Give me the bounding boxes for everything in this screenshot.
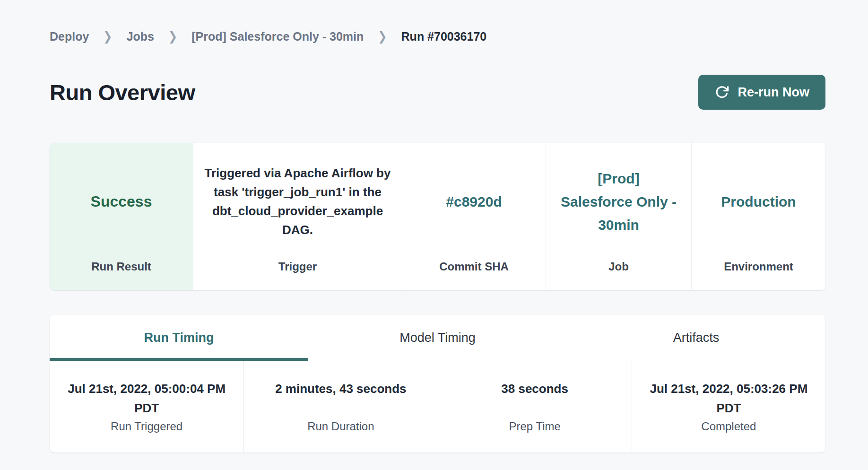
chevron-right-icon: ❯ — [378, 29, 387, 44]
timing-value: 38 seconds — [501, 379, 568, 452]
tab-run-timing[interactable]: Run Timing — [50, 315, 308, 361]
status-badge: Success — [91, 193, 152, 210]
commit-sha-link[interactable]: #c8920d — [446, 190, 502, 213]
summary-card-environment: Production Environment — [691, 143, 825, 290]
trigger-description: Triggered via Apache Airflow by task 'tr… — [204, 164, 392, 239]
summary-card-run-result: Success Run Result — [50, 143, 193, 290]
tab-bar: Run Timing Model Timing Artifacts — [50, 315, 825, 361]
tab-model-timing[interactable]: Model Timing — [308, 315, 567, 361]
breadcrumb-item-jobs[interactable]: Jobs — [127, 30, 154, 44]
environment-link[interactable]: Production — [721, 190, 796, 213]
page-title: Run Overview — [50, 79, 195, 105]
timing-cell-prep-time: 38 seconds Prep Time — [438, 361, 632, 452]
summary-card-label: Job — [608, 260, 629, 290]
summary-card-label: Trigger — [278, 260, 317, 290]
timing-cell-run-triggered: Jul 21st, 2022, 05:00:04 PM PDT Run Trig… — [50, 361, 243, 452]
timing-panel: Run Timing Model Timing Artifacts Jul 21… — [50, 315, 825, 453]
summary-card-label: Environment — [724, 260, 793, 290]
run-overview-page: Deploy ❯ Jobs ❯ [Prod] Salesforce Only -… — [50, 0, 825, 453]
breadcrumb-item-run-number: Run #70036170 — [401, 30, 487, 44]
timing-cell-completed: Jul 21st, 2022, 05:03:26 PM PDT Complete… — [632, 361, 825, 452]
job-link[interactable]: [Prod] Salesforce Only - 30min — [561, 167, 677, 236]
breadcrumb-item-job-name[interactable]: [Prod] Salesforce Only - 30min — [191, 30, 364, 44]
rerun-now-label: Re-run Now — [738, 85, 810, 100]
timing-cell-run-duration: 2 minutes, 43 seconds Run Duration — [243, 361, 437, 452]
chevron-right-icon: ❯ — [168, 29, 177, 44]
summary-card-label: Run Result — [91, 260, 151, 290]
tab-artifacts[interactable]: Artifacts — [567, 315, 825, 361]
breadcrumb-item-deploy[interactable]: Deploy — [50, 30, 89, 44]
refresh-icon — [714, 85, 729, 100]
run-summary-cards: Success Run Result Triggered via Apache … — [50, 143, 825, 290]
breadcrumb: Deploy ❯ Jobs ❯ [Prod] Salesforce Only -… — [50, 28, 825, 44]
summary-card-label: Commit SHA — [439, 260, 509, 290]
run-timing-grid: Jul 21st, 2022, 05:00:04 PM PDT Run Trig… — [50, 361, 825, 452]
summary-card-commit-sha: #c8920d Commit SHA — [402, 143, 546, 290]
chevron-right-icon: ❯ — [103, 29, 112, 44]
timing-value: Jul 21st, 2022, 05:03:26 PM PDT — [640, 379, 817, 452]
page-header: Run Overview Re-run Now — [50, 75, 825, 110]
rerun-now-button[interactable]: Re-run Now — [698, 75, 826, 110]
timing-value: 2 minutes, 43 seconds — [275, 379, 406, 452]
summary-card-trigger: Triggered via Apache Airflow by task 'tr… — [193, 143, 402, 290]
timing-label: Run Duration — [244, 420, 437, 433]
timing-label: Run Triggered — [50, 420, 243, 433]
timing-label: Prep Time — [438, 420, 632, 433]
timing-label: Completed — [632, 420, 825, 433]
summary-card-job: [Prod] Salesforce Only - 30min Job — [546, 143, 691, 290]
timing-value: Jul 21st, 2022, 05:00:04 PM PDT — [58, 379, 235, 452]
